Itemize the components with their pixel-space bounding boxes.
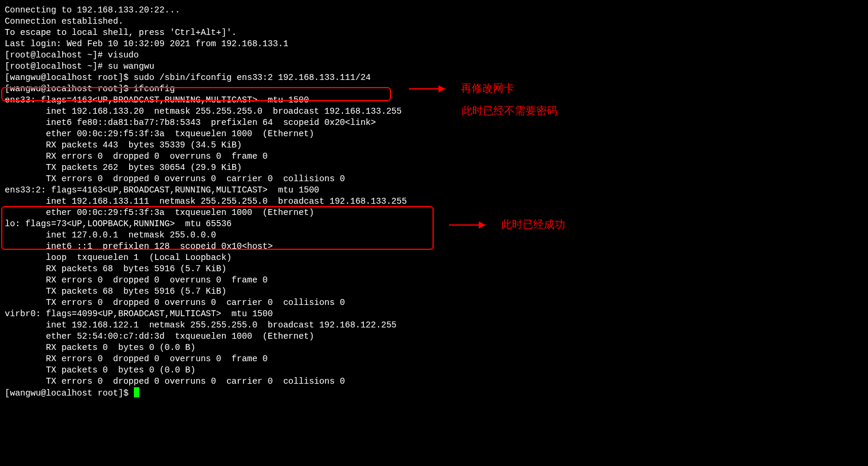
arrow-icon	[409, 88, 444, 89]
terminal-line: RX packets 68 bytes 5916 (5.7 KiB)	[5, 263, 863, 275]
terminal-line: [wangwu@localhost root]$	[5, 387, 863, 399]
terminal-line: inet 192.168.133.111 netmask 255.255.255…	[5, 196, 863, 207]
terminal-line: Connection established.	[5, 16, 863, 27]
terminal-line: ether 52:54:00:c7:dd:3d txqueuelen 1000 …	[5, 331, 863, 342]
annotation-text: 此时已经成功	[501, 219, 565, 230]
annotation-text: 再修改网卡	[461, 83, 514, 94]
annotation-no-password: 此时已经不需要密码	[462, 105, 558, 117]
cursor	[134, 387, 139, 397]
terminal-line: lo: flags=73<UP,LOOPBACK,RUNNING> mtu 65…	[5, 218, 863, 230]
terminal-line: inet6 fe80::da81:ba77:7b8:5343 prefixlen…	[5, 117, 863, 128]
arrow-icon	[449, 224, 485, 226]
terminal-line: TX packets 262 bytes 30654 (29.9 KiB)	[5, 162, 863, 173]
terminal-line: RX errors 0 dropped 0 overruns 0 frame 0	[5, 353, 863, 365]
terminal-line: [root@localhost ~]# su wangwu	[5, 61, 863, 72]
terminal-line: virbr0: flags=4099<UP,BROADCAST,MULTICAS…	[5, 308, 863, 320]
terminal-line: Connecting to 192.168.133.20:22...	[5, 5, 863, 16]
terminal-line: loop txqueuelen 1 (Local Loopback)	[5, 252, 863, 263]
terminal-line: TX packets 68 bytes 5916 (5.7 KiB)	[5, 286, 863, 297]
terminal-line: ether 00:0c:29:f5:3f:3a txqueuelen 1000 …	[5, 128, 863, 140]
annotation-text: 此时已经不需要密码	[462, 105, 558, 117]
terminal-line: inet 192.168.122.1 netmask 255.255.255.0…	[5, 320, 863, 331]
terminal-line: RX packets 443 bytes 35339 (34.5 KiB)	[5, 140, 863, 151]
terminal-line: RX errors 0 dropped 0 overruns 0 frame 0	[5, 275, 863, 286]
terminal-line: [root@localhost ~]# visudo	[5, 50, 863, 61]
terminal-line: TX packets 0 bytes 0 (0.0 B)	[5, 365, 863, 376]
terminal-line: [wangwu@localhost root]$ sudo /sbin/ifco…	[5, 72, 863, 83]
terminal-line: RX packets 0 bytes 0 (0.0 B)	[5, 342, 863, 353]
terminal-line: TX errors 0 dropped 0 overruns 0 carrier…	[5, 297, 863, 308]
terminal-line: inet 127.0.0.1 netmask 255.0.0.0	[5, 230, 863, 241]
annotation-success: 此时已经成功	[449, 219, 565, 230]
terminal-line: TX errors 0 dropped 0 overruns 0 carrier…	[5, 173, 863, 185]
terminal-line: inet 192.168.133.20 netmask 255.255.255.…	[5, 106, 863, 117]
terminal-line: Last login: Wed Feb 10 10:32:09 2021 fro…	[5, 38, 863, 50]
terminal-line: inet6 ::1 prefixlen 128 scopeid 0x10<hos…	[5, 241, 863, 252]
terminal-line: ether 00:0c:29:f5:3f:3a txqueuelen 1000 …	[5, 207, 863, 218]
terminal-line: ens33:2: flags=4163<UP,BROADCAST,RUNNING…	[5, 185, 863, 196]
terminal-line: To escape to local shell, press 'Ctrl+Al…	[5, 27, 863, 38]
annotation-modify-nic: 再修改网卡	[409, 83, 514, 94]
terminal-line: RX errors 0 dropped 0 overruns 0 frame 0	[5, 151, 863, 162]
terminal-output[interactable]: Connecting to 192.168.133.20:22...Connec…	[5, 5, 863, 399]
terminal-line: TX errors 0 dropped 0 overruns 0 carrier…	[5, 376, 863, 387]
terminal-line: ens33: flags=4163<UP,BROADCAST,RUNNING,M…	[5, 95, 863, 106]
